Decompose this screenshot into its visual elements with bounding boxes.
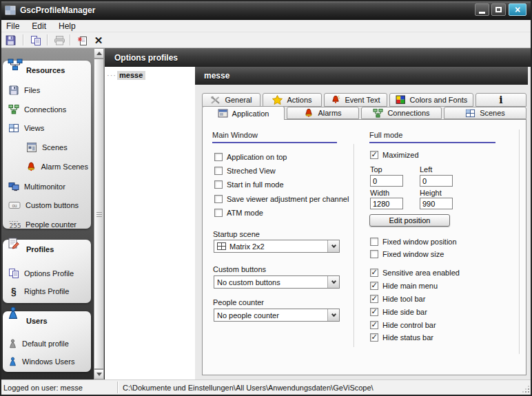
checkbox[interactable] [370, 333, 378, 342]
toolbar-separator [70, 34, 70, 45]
edit-position-button[interactable]: Edit position [369, 214, 450, 227]
left-input[interactable] [420, 175, 453, 187]
checkbox[interactable] [370, 250, 378, 258]
checkbox-hide-side-bar[interactable]: Hide side bar [370, 307, 427, 317]
checkbox-fixed-window-size[interactable]: Fixed window size [370, 249, 444, 259]
tab-label: Application [232, 110, 269, 118]
startup-scene-label: Startup scene [213, 230, 260, 238]
tools-icon [210, 96, 221, 105]
sidebar-scrollbar[interactable] [94, 48, 104, 379]
sidebar-item-options-profile[interactable]: Options Profile [8, 267, 85, 280]
sidebar-section-resources: Resources Files Connections Views Scenes… [3, 61, 91, 229]
checkbox[interactable] [370, 295, 378, 303]
sidebar-item-default-profile[interactable]: Default profile [8, 337, 85, 350]
tab-general[interactable]: General [202, 93, 260, 107]
sidebar-item-rights-profile[interactable]: § Rights Profile [8, 285, 85, 298]
checkbox-start-in-full-mode[interactable]: Start in full mode [214, 180, 284, 189]
dropdown-arrow-button[interactable] [327, 276, 339, 288]
checkbox[interactable] [214, 167, 223, 175]
scroll-up-button[interactable] [94, 48, 104, 59]
tab-application[interactable]: Application [202, 106, 285, 120]
tab-alarms[interactable]: Alarms [287, 107, 359, 119]
sidebar-item-label: Rights Profile [24, 287, 69, 295]
menu-file[interactable]: File [0, 20, 25, 32]
sidebar-item-files[interactable]: Files [8, 84, 85, 96]
validate-button[interactable] [75, 34, 90, 47]
sidebar-item-label: Default profile [22, 340, 69, 348]
menu-edit[interactable]: Edit [25, 20, 52, 32]
dropdown-value: No people counter [217, 311, 279, 320]
checkbox-save-viewer-adjustment[interactable]: Save viewer adjustment per channel [214, 194, 349, 204]
width-input[interactable] [370, 198, 403, 209]
checkbox-maximized[interactable]: Maximized [370, 150, 419, 160]
sidebar-item-alarm-scenes[interactable]: Alarm Scenes [26, 160, 88, 173]
custom-buttons-dropdown[interactable]: No custom buttons [214, 275, 340, 289]
tab-event-text[interactable]: Event Text [324, 93, 387, 107]
checkbox[interactable] [214, 153, 223, 161]
checkbox[interactable] [370, 151, 378, 159]
sidebar-item-views[interactable]: Views [8, 122, 85, 134]
height-input[interactable] [420, 198, 453, 209]
checkbox[interactable] [214, 195, 223, 203]
monitors-icon [8, 181, 19, 192]
maximize-button[interactable] [491, 3, 506, 16]
sidebar-item-label: Multimonitor [24, 183, 65, 191]
scrollbar-thumb[interactable] [94, 59, 104, 369]
colors-icon [396, 95, 406, 105]
person-gray-icon [8, 339, 17, 349]
checkbox[interactable] [214, 209, 223, 217]
checkbox-sensitive-area-enabled[interactable]: Sensitive area enabled [370, 268, 460, 278]
window-title: GscProfileManager [20, 6, 95, 15]
dropdown-arrow-button[interactable] [327, 240, 339, 252]
menu-help[interactable]: Help [52, 20, 82, 32]
checkbox-streched-view[interactable]: Streched View [214, 166, 276, 176]
scroll-down-button[interactable] [94, 369, 104, 379]
tree-item-messe[interactable]: ··· messe [107, 70, 145, 81]
sidebar-item-scenes[interactable]: Scenes [26, 141, 88, 154]
sidebar-item-label: People counter [25, 220, 76, 229]
checkbox[interactable] [370, 308, 378, 316]
close-button[interactable]: × [509, 3, 526, 16]
people-counter-dropdown[interactable]: No people counter [214, 309, 340, 322]
top-input[interactable] [370, 175, 403, 187]
checkbox-atm-mode[interactable]: ATM mode [214, 208, 263, 218]
tab-connections[interactable]: Connections [361, 107, 442, 119]
minimize-button[interactable] [475, 3, 489, 16]
checkbox[interactable] [214, 180, 223, 189]
tab-colors-and-fonts[interactable]: Colors and Fonts [389, 93, 473, 107]
tab-scenes[interactable]: Scenes [444, 107, 526, 119]
checkbox-hide-main-menu[interactable]: Hide main menu [370, 281, 438, 291]
startup-scene-dropdown[interactable]: Matrix 2x2 [214, 240, 340, 253]
checkbox[interactable] [370, 321, 378, 329]
checkbox-hide-tool-bar[interactable]: Hide tool bar [370, 294, 425, 304]
checkbox-hide-control-bar[interactable]: Hide control bar [370, 320, 436, 330]
tab-actions[interactable]: Actions [263, 93, 322, 107]
toolbar: ✕ [0, 32, 532, 48]
checkbox[interactable] [370, 238, 378, 246]
print-button [52, 34, 67, 47]
window-icon [218, 109, 228, 118]
sidebar-section-title: Users [26, 317, 48, 325]
copy-button[interactable] [28, 34, 43, 47]
sidebar-item-people-counter[interactable]: 255 People counter [8, 218, 85, 231]
copy-icon [30, 35, 41, 46]
network-icon [8, 104, 19, 115]
delete-button[interactable]: ✕ [91, 34, 106, 47]
checkbox-application-on-top[interactable]: Application on top [214, 152, 287, 162]
tab-info[interactable]: i [475, 93, 526, 107]
svg-text:255: 255 [10, 222, 21, 229]
sidebar-item-custom-buttons[interactable]: ou Custom buttons [8, 199, 85, 211]
bell-icon [304, 108, 314, 118]
checkbox[interactable] [370, 269, 378, 277]
resize-grip[interactable] [528, 391, 529, 393]
sidebar-item-windows-users[interactable]: Windows Users [8, 355, 85, 368]
sidebar-item-label: Windows Users [22, 357, 74, 366]
checkbox-hide-status-bar[interactable]: Hide status bar [370, 333, 433, 342]
save-button[interactable] [3, 34, 18, 47]
checkbox-fixed-window-position[interactable]: Fixed window position [370, 237, 457, 247]
checkbox[interactable] [370, 282, 378, 290]
dropdown-arrow-button[interactable] [327, 309, 339, 321]
options-profiles-header: Options profiles [105, 48, 532, 67]
sidebar-item-multimonitor[interactable]: Multimonitor [8, 180, 85, 193]
sidebar-item-connections[interactable]: Connections [8, 103, 85, 116]
